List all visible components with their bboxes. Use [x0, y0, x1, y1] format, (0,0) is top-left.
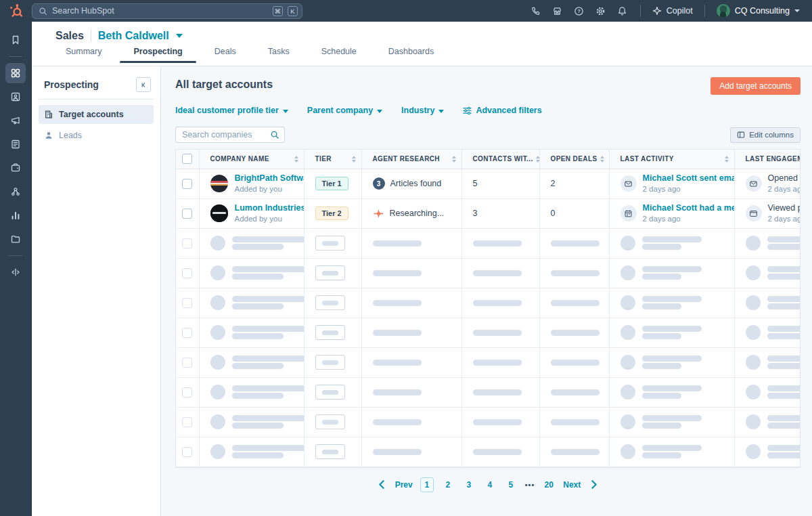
- row-checkbox[interactable]: [182, 238, 192, 249]
- panel-divider: [39, 99, 154, 100]
- research-label: Articles found: [390, 179, 442, 188]
- collapse-panel-button[interactable]: [136, 77, 151, 92]
- company-logo: [210, 205, 228, 222]
- sort-icon[interactable]: [294, 156, 298, 163]
- last-engagement-label: Opened email: [768, 173, 801, 184]
- settings-icon[interactable]: [592, 3, 610, 19]
- company-logo: [210, 175, 228, 192]
- commerce-icon[interactable]: [5, 158, 26, 178]
- last-activity-link[interactable]: Michael Scott sent email: [643, 173, 735, 184]
- filter-industry[interactable]: Industry: [401, 106, 444, 115]
- added-by-label: Added by you: [235, 184, 304, 194]
- reporting-icon[interactable]: [5, 205, 26, 225]
- companies-search-input[interactable]: [182, 130, 270, 139]
- company-link[interactable]: BrightPath Software: [235, 173, 304, 184]
- help-icon[interactable]: ?: [570, 3, 588, 19]
- companies-search[interactable]: [175, 127, 285, 143]
- sort-icon[interactable]: [536, 156, 540, 163]
- collapse-nav-icon[interactable]: [5, 262, 26, 282]
- search-icon: [270, 130, 279, 139]
- tab-tasks[interactable]: Tasks: [268, 47, 290, 62]
- next-chevron-icon[interactable]: [588, 479, 600, 490]
- marketplace-icon[interactable]: [549, 3, 566, 19]
- column-header-open-deals[interactable]: OPEN DEALS: [539, 150, 609, 169]
- workspaces-grid-icon[interactable]: [5, 63, 26, 83]
- copilot-button[interactable]: Copilot: [650, 6, 696, 16]
- columns-icon: [737, 131, 745, 139]
- row-checkbox[interactable]: [182, 358, 192, 368]
- row-checkbox[interactable]: [182, 328, 192, 338]
- panel-items: Target accounts Leads: [32, 105, 160, 145]
- sort-icon[interactable]: [725, 156, 729, 163]
- tab-prospecting[interactable]: Prospecting: [133, 47, 182, 62]
- pages-ellipsis[interactable]: •••: [525, 481, 535, 489]
- chevron-down-icon: [794, 9, 800, 12]
- column-header-agent-research[interactable]: AGENT RESEARCH: [361, 150, 461, 169]
- row-checkbox[interactable]: [182, 417, 192, 427]
- row-checkbox[interactable]: [182, 387, 192, 397]
- page-4-button[interactable]: 4: [483, 478, 497, 492]
- select-all-checkbox[interactable]: [182, 154, 192, 164]
- chevron-down-icon[interactable]: [176, 34, 183, 38]
- edit-columns-button[interactable]: Edit columns: [730, 127, 800, 143]
- advanced-filters-button[interactable]: Advanced filters: [463, 106, 541, 115]
- global-search-input[interactable]: [52, 6, 268, 16]
- content-icon[interactable]: [5, 134, 26, 154]
- row-checkbox[interactable]: [182, 179, 192, 189]
- hubspot-logo[interactable]: [0, 3, 32, 18]
- library-icon[interactable]: [5, 229, 26, 249]
- automations-icon[interactable]: [5, 181, 26, 202]
- company-link[interactable]: Lumon Industries: [235, 202, 304, 213]
- edit-columns-label: Edit columns: [749, 131, 794, 139]
- row-checkbox[interactable]: [182, 209, 192, 219]
- column-header-contacts-wit[interactable]: CONTACTS WIT...: [461, 150, 539, 169]
- table-row[interactable]: BrightPath Software Added by you Tier 1 …: [176, 169, 800, 198]
- column-header-tier[interactable]: TIER: [304, 150, 361, 169]
- skeleton-row: [176, 318, 800, 347]
- column-header-last-engagement[interactable]: LAST ENGAGEMENT: [734, 150, 800, 169]
- row-checkbox[interactable]: [182, 268, 192, 278]
- page-5-button[interactable]: 5: [504, 478, 518, 492]
- account-menu[interactable]: CQ Consulting: [714, 4, 803, 18]
- next-page-button[interactable]: Next: [563, 480, 581, 490]
- page-2-button[interactable]: 2: [441, 478, 455, 492]
- marketing-icon[interactable]: [5, 110, 26, 131]
- sidebar-item-leads[interactable]: Leads: [39, 126, 154, 145]
- contacts-icon[interactable]: [5, 87, 26, 107]
- last-engagement-icon-circle: [746, 175, 762, 192]
- add-target-accounts-button[interactable]: Add target accounts: [710, 77, 800, 95]
- page-20-button[interactable]: 20: [542, 478, 556, 492]
- notifications-icon[interactable]: [614, 3, 631, 19]
- filter-ideal-customer-profile-tier[interactable]: Ideal customer profile tier: [175, 106, 288, 115]
- row-checkbox[interactable]: [182, 447, 192, 457]
- bookmark-icon[interactable]: [5, 30, 26, 50]
- sidebar-item-label: Leads: [59, 131, 82, 140]
- workspace-owner-selector[interactable]: Beth Caldwell: [98, 30, 169, 42]
- sort-icon[interactable]: [352, 156, 356, 163]
- last-activity-link[interactable]: Michael Scott had a mee...: [643, 202, 735, 213]
- sidebar-item-target-accounts[interactable]: Target accounts: [39, 105, 154, 124]
- tab-deals[interactable]: Deals: [215, 47, 236, 62]
- table-row[interactable]: Lumon Industries Added by you Tier 2 Res…: [176, 198, 800, 228]
- last-engagement-label: Viewed pricing: [768, 202, 801, 213]
- page-3-button[interactable]: 3: [462, 478, 476, 492]
- sort-icon[interactable]: [600, 156, 604, 163]
- page-1-button[interactable]: 1: [420, 477, 434, 492]
- column-header-last-activity[interactable]: LAST ACTIVITY: [609, 150, 734, 169]
- column-header-company-name[interactable]: COMPANY NAME: [199, 150, 304, 169]
- global-search[interactable]: ⌘ K: [32, 3, 302, 19]
- filter-parent-company[interactable]: Parent company: [307, 106, 382, 115]
- calling-icon[interactable]: [527, 3, 545, 19]
- tab-dashboards[interactable]: Dashboards: [388, 47, 434, 62]
- tab-summary[interactable]: Summary: [66, 47, 102, 62]
- added-by-label: Added by you: [235, 214, 304, 224]
- contacts-count: 5: [461, 169, 539, 198]
- prev-chevron-icon[interactable]: [376, 479, 388, 490]
- prev-page-button[interactable]: Prev: [395, 480, 413, 490]
- row-checkbox[interactable]: [182, 298, 192, 308]
- header-divider: [91, 30, 91, 42]
- topbar-actions: ? Copilot CQ Consulting: [527, 3, 812, 19]
- skeleton-row: [176, 437, 800, 467]
- tab-schedule[interactable]: Schedule: [321, 47, 357, 62]
- sort-icon[interactable]: [452, 156, 456, 163]
